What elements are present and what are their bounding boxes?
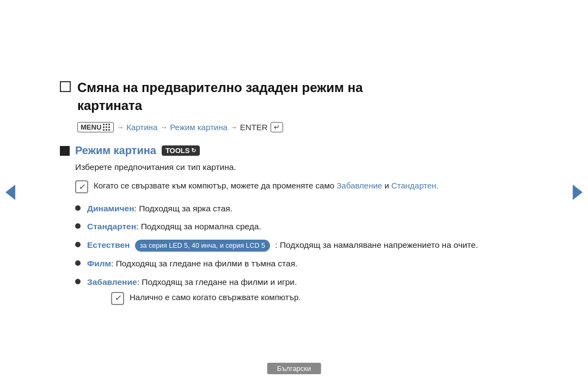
- nav-arrow-right[interactable]: [572, 182, 584, 202]
- page-container: Смяна на предварително зададен режим на …: [0, 0, 588, 384]
- bullet-content: Филм: Подходящ за гледане на филми в тъм…: [87, 257, 297, 270]
- menu-item-picture: Картина: [126, 123, 157, 132]
- list-item: Филм: Подходящ за гледане на филми в тъм…: [75, 257, 528, 270]
- main-content: Смяна на предварително зададен режим на …: [49, 63, 539, 321]
- bullet-content: Стандартен: Подходящ за нормална среда.: [87, 220, 261, 233]
- bullet-dot: [75, 205, 81, 211]
- sub-note-block: ✓ Налично е само когато свържвате компют…: [111, 291, 301, 305]
- bullet-content: Забавление: Подходящ за гледане на филми…: [87, 276, 301, 305]
- bullet-content: Динамичен: Подходящ за ярка стая.: [87, 202, 232, 215]
- menu-path: MENU → Картина → Режим картина → ENTER ↵: [77, 122, 528, 132]
- menu-icon: MENU: [77, 122, 114, 132]
- tools-badge: TOOLS ↻: [162, 145, 200, 156]
- section-heading-text: Режим картина: [75, 144, 156, 157]
- note-icon-1: ✓: [75, 180, 88, 193]
- bullet-dot: [75, 223, 81, 229]
- menu-enter-label: ENTER: [240, 123, 268, 132]
- menu-item-picture-mode: Режим картина: [170, 123, 228, 132]
- tools-badge-arrow-icon: ↻: [191, 147, 196, 154]
- bullet-dot: [75, 279, 81, 284]
- note-icon-sub: ✓: [111, 292, 124, 305]
- list-item: Динамичен: Подходящ за ярка стая.: [75, 202, 528, 215]
- arrow2: →: [160, 123, 167, 131]
- note-block-1: ✓ Когато се свързвате към компютър, може…: [75, 180, 528, 193]
- list-item: Естествен за серия LED 5, 40 инча, и сер…: [75, 239, 528, 252]
- bullet-dot: [75, 242, 81, 247]
- arrow3: →: [230, 123, 237, 131]
- enter-icon: ↵: [271, 122, 283, 132]
- nav-arrow-left[interactable]: [4, 182, 16, 202]
- list-item: Стандартен: Подходящ за нормална среда.: [75, 220, 528, 233]
- black-square-icon: [60, 146, 70, 156]
- section-heading-row: Режим картина TOOLS ↻: [60, 144, 528, 157]
- page-title: Смяна на предварително зададен режим на …: [77, 79, 363, 114]
- arrow1: →: [117, 123, 124, 131]
- checkbox-icon: [60, 81, 71, 92]
- series-badge: за серия LED 5, 40 инча, и серия LCD 5: [135, 240, 270, 252]
- section-title: Смяна на предварително зададен режим на …: [60, 79, 528, 114]
- bullet-dot: [75, 260, 81, 266]
- sub-note-text: Налично е само когато свържвате компютър…: [130, 291, 301, 304]
- list-item: Забавление: Подходящ за гледане на филми…: [75, 276, 528, 305]
- menu-grid-icon: [103, 124, 111, 131]
- bullet-content: Естествен за серия LED 5, 40 инча, и сер…: [87, 239, 478, 252]
- description-text: Изберете предпочитания си тип картина.: [75, 162, 528, 172]
- note-text-1: Когато се свързвате към компютър, можете…: [94, 180, 438, 192]
- language-label: Български: [267, 363, 321, 374]
- bullet-list: Динамичен: Подходящ за ярка стая. Станда…: [75, 202, 528, 305]
